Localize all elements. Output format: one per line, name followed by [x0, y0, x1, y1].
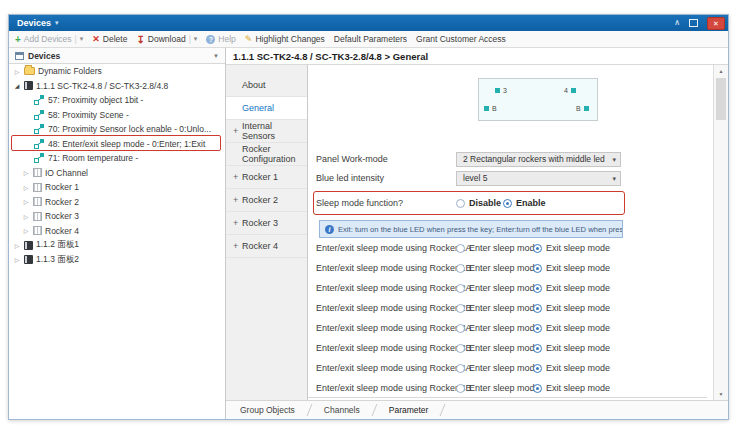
tree-item-object-70[interactable]: 70: Proximity Sensor lock enable - 0:Unl…: [9, 122, 225, 137]
tree-item-object-71[interactable]: 71: Room temperature -: [9, 151, 225, 166]
restore-icon[interactable]: [689, 19, 698, 27]
device-icon: [24, 255, 33, 264]
nav-item-general[interactable]: General: [226, 97, 307, 120]
radio-label[interactable]: Enter sleep mode: [469, 381, 540, 395]
expand-plus-icon: +: [233, 241, 242, 251]
tab-group-objects[interactable]: Group Objects: [234, 405, 301, 415]
expand-collapsed-icon[interactable]: ▷: [13, 68, 21, 75]
radio-label[interactable]: Disable: [469, 196, 501, 211]
radio-label[interactable]: Exit sleep mode: [546, 281, 610, 295]
chevron-down-icon[interactable]: ▾: [194, 35, 198, 43]
radio-enter-sleep[interactable]: [456, 384, 465, 393]
tree-item-dynamic-folders[interactable]: ▷ Dynamic Folders: [9, 64, 225, 79]
param-label: Enter/exit sleep mode using Rocker 1A: [316, 241, 472, 255]
nav-item-rocker-2[interactable]: + Rocker 2: [226, 189, 307, 212]
expand-collapsed-icon[interactable]: ▷: [22, 184, 30, 191]
chevron-down-icon[interactable]: ▼: [213, 53, 219, 59]
radio-enter-sleep[interactable]: [456, 344, 465, 353]
expand-collapsed-icon[interactable]: ▷: [22, 213, 30, 220]
radio-exit-sleep[interactable]: [533, 244, 542, 253]
radio-label[interactable]: Enter sleep mode: [469, 281, 540, 295]
radio-label[interactable]: Enable: [516, 196, 546, 211]
nav-item-rocker-1[interactable]: + Rocker 1: [226, 166, 307, 189]
tree-item-io-channel[interactable]: ▷ IO Channel: [9, 166, 225, 181]
expand-collapsed-icon[interactable]: ▷: [22, 227, 30, 234]
radio-label[interactable]: Exit sleep mode: [546, 301, 610, 315]
nav-item-about[interactable]: About: [226, 74, 307, 97]
tab-parameter[interactable]: Parameter: [383, 405, 435, 415]
default-parameters-button[interactable]: Default Parameters: [334, 34, 407, 44]
radio-label[interactable]: Enter sleep mode: [469, 361, 540, 375]
intensity-select[interactable]: level 5 ▾: [456, 171, 621, 186]
radio-enter-sleep[interactable]: [456, 324, 465, 333]
radio-enter-sleep[interactable]: [456, 304, 465, 313]
radio-label[interactable]: Exit sleep mode: [546, 381, 610, 395]
radio-exit-sleep[interactable]: [533, 364, 542, 373]
scroll-up-icon[interactable]: ▲: [714, 68, 728, 74]
title-caret-icon[interactable]: ▾: [55, 19, 59, 27]
radio-label[interactable]: Exit sleep mode: [546, 361, 610, 375]
tree-item-device-1-1-3[interactable]: ▷ 1.1.3 面板2: [9, 253, 225, 268]
radio-label[interactable]: Enter sleep mode: [469, 341, 540, 355]
radio-label[interactable]: Enter sleep mode: [469, 241, 540, 255]
radio-exit-sleep[interactable]: [533, 384, 542, 393]
radio-label[interactable]: Exit sleep mode: [546, 321, 610, 335]
radio-enter-sleep[interactable]: [456, 364, 465, 373]
delete-button[interactable]: ✕ Delete: [92, 34, 127, 44]
tree-item-object-57[interactable]: 57: Proximity object 1bit -: [9, 93, 225, 108]
close-icon[interactable]: ✕: [707, 17, 725, 30]
radio-label[interactable]: Exit sleep mode: [546, 261, 610, 275]
radio-exit-sleep[interactable]: [533, 344, 542, 353]
add-devices-button[interactable]: + Add Devices | ▾: [15, 34, 83, 45]
tree-item-rocker-4[interactable]: ▷ Rocker 4: [9, 224, 225, 239]
scroll-down-icon[interactable]: ▼: [714, 391, 728, 397]
collapse-icon[interactable]: ∧: [674, 15, 680, 31]
nav-item-rocker-4[interactable]: + Rocker 4: [226, 235, 307, 258]
chevron-down-icon[interactable]: ▾: [80, 35, 84, 43]
select-value: 2 Rectangular rockers with middle led: [463, 153, 612, 166]
expand-collapsed-icon[interactable]: ▷: [13, 242, 21, 249]
work-mode-select[interactable]: 2 Rectangular rockers with middle led ▾: [456, 152, 621, 167]
nav-item-internal-sensors[interactable]: + Internal Sensors: [226, 120, 307, 143]
horizontal-scroll-track[interactable]: [308, 397, 707, 398]
tree-item-device-1-1-1[interactable]: ◢ 1.1.1 SC-TK2-4.8 / SC-TK3-2.8/4.8: [9, 79, 225, 94]
scrollbar-thumb[interactable]: [716, 78, 726, 120]
tree-item-device-1-1-2[interactable]: ▷ 1.1.2 面板1: [9, 238, 225, 253]
radio-enter-sleep[interactable]: [456, 284, 465, 293]
grant-customer-access-button[interactable]: Grant Customer Access: [416, 34, 506, 44]
expand-expanded-icon[interactable]: ◢: [13, 82, 21, 89]
radio-label[interactable]: Enter sleep mode: [469, 321, 540, 335]
nav-item-rocker-configuration[interactable]: Rocker Configuration: [226, 143, 307, 166]
radio-label[interactable]: Enter sleep mode: [469, 301, 540, 315]
download-button[interactable]: ↧ Download | ▾: [136, 34, 197, 45]
nav-item-label: Rocker 2: [242, 195, 278, 205]
rocker-led-icon: [571, 88, 576, 93]
tree-item-rocker-1[interactable]: ▷ Rocker 1: [9, 180, 225, 195]
radio-enable[interactable]: [503, 199, 512, 208]
highlight-changes-button[interactable]: ✎ Highlight Changes: [245, 34, 325, 44]
tree-item-object-48[interactable]: 48: Enter/exit sleep mode - 0:Enter; 1:E…: [9, 137, 225, 152]
expand-collapsed-icon[interactable]: ▷: [13, 256, 21, 263]
radio-label[interactable]: Exit sleep mode: [546, 341, 610, 355]
radio-label[interactable]: Enter sleep mode: [469, 261, 540, 275]
tree-item-rocker-3[interactable]: ▷ Rocker 3: [9, 209, 225, 224]
expand-collapsed-icon[interactable]: ▷: [22, 198, 30, 205]
param-row-rocker-4b: Enter/exit sleep mode using Rocker 4B En…: [308, 381, 713, 395]
nav-item-rocker-3[interactable]: + Rocker 3: [226, 212, 307, 235]
param-row-rocker-1a: Enter/exit sleep mode using Rocker 1A En…: [308, 241, 713, 255]
radio-enter-sleep[interactable]: [456, 264, 465, 273]
channel-icon: [33, 168, 42, 177]
vertical-scrollbar[interactable]: ▲ ▼: [713, 65, 728, 400]
tab-channels[interactable]: Channels: [318, 405, 366, 415]
radio-disable[interactable]: [456, 199, 465, 208]
radio-enter-sleep[interactable]: [456, 244, 465, 253]
radio-exit-sleep[interactable]: [533, 324, 542, 333]
tree-item-object-58[interactable]: 58: Proximity Scene -: [9, 108, 225, 123]
tree-item-rocker-2[interactable]: ▷ Rocker 2: [9, 195, 225, 210]
radio-label[interactable]: Exit sleep mode: [546, 241, 610, 255]
radio-exit-sleep[interactable]: [533, 284, 542, 293]
radio-exit-sleep[interactable]: [533, 264, 542, 273]
radio-exit-sleep[interactable]: [533, 304, 542, 313]
help-button[interactable]: ? Help: [206, 34, 235, 44]
expand-collapsed-icon[interactable]: ▷: [22, 169, 30, 176]
